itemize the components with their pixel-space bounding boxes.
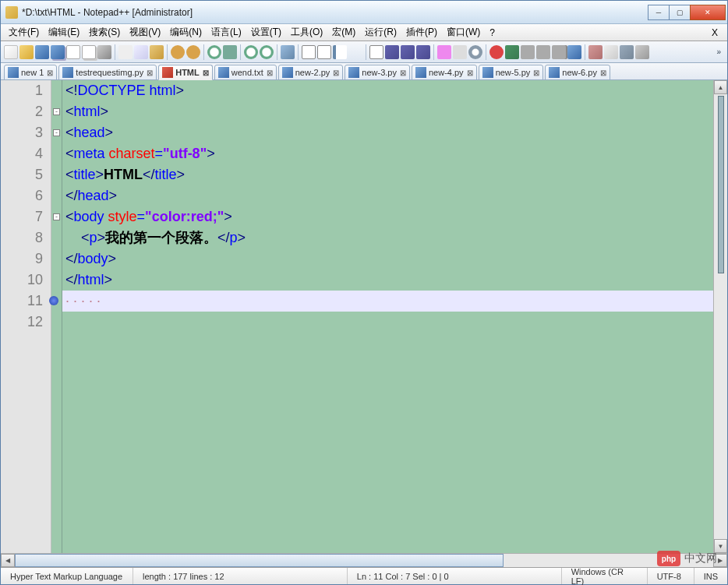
tab-close-icon[interactable]: ⊠ <box>467 69 473 77</box>
zoom-in-icon[interactable] <box>244 45 258 59</box>
monitor-icon[interactable] <box>453 45 467 59</box>
menu-file[interactable]: 文件(F) <box>4 24 44 41</box>
new-file-icon[interactable] <box>4 45 18 59</box>
menu-run[interactable]: 运行(R) <box>360 24 401 41</box>
tab-close-icon[interactable]: ⊠ <box>47 69 53 77</box>
menubar-close-x[interactable]: X <box>705 27 724 38</box>
save-all-icon[interactable] <box>51 45 65 59</box>
zoom-out-icon[interactable] <box>260 45 274 59</box>
open-file-icon[interactable] <box>19 45 34 59</box>
fold-cell[interactable] <box>51 143 62 164</box>
hscroll-thumb[interactable] <box>15 554 504 567</box>
menu-edit[interactable]: 编辑(E) <box>44 24 84 41</box>
plugin-icon-4[interactable] <box>635 45 649 59</box>
tab-new-6-py[interactable]: new-6.py⊠ <box>545 65 610 80</box>
sync-scroll-icon[interactable] <box>281 45 295 59</box>
fold-cell[interactable]: - <box>51 122 62 143</box>
line-number[interactable]: 7 <box>1 206 51 227</box>
word-wrap-icon[interactable] <box>302 45 316 59</box>
save-icon[interactable] <box>35 45 49 59</box>
vertical-scrollbar[interactable]: ▲ ▼ <box>713 80 727 553</box>
fold-cell[interactable] <box>51 270 62 291</box>
code-line[interactable]: <p>我的第一个段落。</p> <box>62 227 713 248</box>
scroll-track[interactable] <box>714 94 727 539</box>
code-editor[interactable]: <!DOCTYPE html><html><head><meta charset… <box>62 80 713 553</box>
folder-view-icon[interactable] <box>385 45 399 59</box>
menu-view[interactable]: 视图(V) <box>125 24 165 41</box>
tab-wend-txt[interactable]: wend.txt⊠ <box>214 65 277 80</box>
fold-cell[interactable] <box>51 227 62 248</box>
status-eol[interactable]: Windows (CR LF) <box>562 568 648 584</box>
doc-list-icon[interactable] <box>401 45 415 59</box>
status-encoding[interactable]: UTF-8 <box>648 568 694 584</box>
tab-new-1[interactable]: new 1⊠ <box>4 65 57 80</box>
status-language[interactable]: Hyper Text Markup Language <box>1 568 133 584</box>
fold-column[interactable]: --- <box>51 80 62 553</box>
tab-html[interactable]: HTML⊠ <box>158 65 213 80</box>
scroll-right-button[interactable]: ▶ <box>713 554 727 567</box>
code-line[interactable]: <!DOCTYPE html> <box>62 80 713 101</box>
fold-toggle-icon[interactable]: - <box>53 129 60 136</box>
indent-guide-icon[interactable] <box>333 45 347 59</box>
line-number[interactable]: 12 <box>1 312 51 333</box>
menu-tools[interactable]: 工具(O) <box>286 24 327 41</box>
save-macro-icon[interactable] <box>567 45 581 59</box>
fold-cell[interactable] <box>51 80 62 101</box>
tab-testrequestimg-py[interactable]: testrequestimg.py⊠ <box>58 65 157 80</box>
line-number[interactable]: 5 <box>1 164 51 185</box>
line-number[interactable]: 10 <box>1 270 51 291</box>
maximize-button[interactable]: ▢ <box>669 5 691 20</box>
close-file-icon[interactable] <box>66 45 80 59</box>
doc-map-icon[interactable] <box>369 45 383 59</box>
line-number[interactable]: 11 <box>1 291 51 312</box>
close-all-icon[interactable] <box>82 45 96 59</box>
status-insert-mode[interactable]: INS <box>694 568 727 584</box>
scroll-thumb[interactable] <box>718 96 724 273</box>
code-line[interactable]: </html> <box>62 270 713 291</box>
show-chars-icon[interactable] <box>317 45 331 59</box>
undo-icon[interactable] <box>171 45 185 59</box>
fold-toggle-icon[interactable]: - <box>53 108 60 115</box>
tab-close-icon[interactable]: ⊠ <box>600 69 606 77</box>
code-line[interactable]: <title>HTML</title> <box>62 164 713 185</box>
code-line[interactable]: <meta charset="utf-8"> <box>62 143 713 164</box>
tab-close-icon[interactable]: ⊠ <box>533 69 539 77</box>
plugin-icon-2[interactable] <box>604 45 618 59</box>
tab-new-2-py[interactable]: new-2.py⊠ <box>278 65 344 80</box>
fold-cell[interactable]: - <box>51 101 62 122</box>
play-macro-icon[interactable] <box>521 45 535 59</box>
titlebar[interactable]: *D:\txt\HTML - Notepad++ [Administrator]… <box>1 1 727 24</box>
fold-cell[interactable] <box>51 185 62 206</box>
tab-close-icon[interactable]: ⊠ <box>147 69 153 77</box>
fold-cell[interactable]: - <box>51 206 62 227</box>
plugin-icon-3[interactable] <box>620 45 634 59</box>
menu-search[interactable]: 搜索(S) <box>84 24 125 41</box>
code-line[interactable]: <head> <box>62 122 713 143</box>
menu-language[interactable]: 语言(L) <box>207 24 246 41</box>
tab-close-icon[interactable]: ⊠ <box>203 69 209 77</box>
tab-close-icon[interactable]: ⊠ <box>333 69 339 77</box>
replace-icon[interactable] <box>223 45 237 59</box>
record-macro-icon[interactable] <box>489 45 504 59</box>
line-number[interactable]: 2 <box>1 101 51 122</box>
tab-new-4-py[interactable]: new-4.py⊠ <box>412 65 477 80</box>
menu-settings[interactable]: 设置(T) <box>246 24 286 41</box>
scroll-down-button[interactable]: ▼ <box>714 539 727 553</box>
code-line[interactable]: · · · · · <box>62 291 713 312</box>
run-macro-icon[interactable] <box>552 45 566 59</box>
tab-new-5-py[interactable]: new-5.py⊠ <box>479 65 544 80</box>
close-button[interactable]: ✕ <box>690 5 726 20</box>
fold-cell[interactable] <box>51 164 62 185</box>
menu-encoding[interactable]: 编码(N) <box>165 24 207 41</box>
menu-window[interactable]: 窗口(W) <box>442 24 485 41</box>
line-number-gutter[interactable]: 123456789101112 <box>1 80 51 553</box>
line-number[interactable]: 8 <box>1 227 51 248</box>
tab-close-icon[interactable]: ⊠ <box>267 69 273 77</box>
fold-cell[interactable] <box>51 248 62 270</box>
stop-macro-icon[interactable] <box>505 45 519 59</box>
minimize-button[interactable]: ─ <box>648 5 670 20</box>
plugin-icon-1[interactable] <box>588 45 603 59</box>
folder-workspace-icon[interactable] <box>437 45 451 59</box>
fold-cell[interactable] <box>51 312 62 333</box>
user-lang-icon[interactable] <box>348 45 362 59</box>
